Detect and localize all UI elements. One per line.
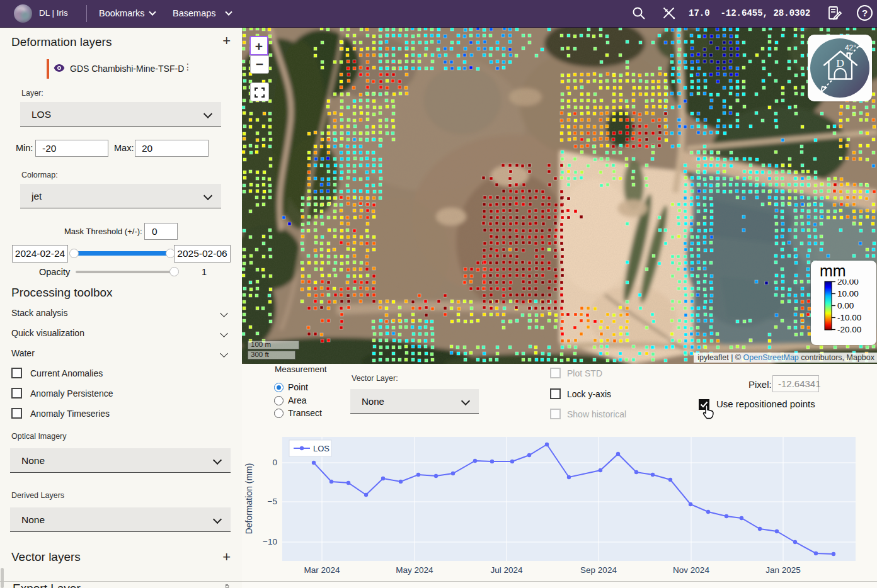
- svg-text:?: ?: [862, 8, 868, 18]
- svg-text:Jul 2024: Jul 2024: [490, 565, 523, 575]
- svg-text:−10: −10: [263, 537, 277, 546]
- svg-text:LOS: LOS: [313, 444, 330, 453]
- svg-text:May 2024: May 2024: [396, 565, 433, 575]
- svg-text:Deformation (mm): Deformation (mm): [244, 463, 254, 534]
- svg-text:10.00: 10.00: [837, 289, 859, 298]
- svg-text:20.00: 20.00: [837, 280, 859, 286]
- svg-text:-20.00: -20.00: [837, 325, 861, 334]
- svg-text:-10.00: -10.00: [837, 313, 861, 322]
- svg-text:−5: −5: [268, 497, 277, 506]
- svg-text:0.00: 0.00: [837, 301, 854, 310]
- svg-text:Mar 2024: Mar 2024: [304, 565, 340, 575]
- svg-text:D: D: [836, 57, 844, 69]
- svg-text:Sep 2024: Sep 2024: [580, 565, 617, 575]
- svg-text:Jan 2025: Jan 2025: [765, 565, 801, 575]
- svg-text:0: 0: [272, 458, 277, 467]
- svg-text:Nov 2024: Nov 2024: [673, 565, 709, 575]
